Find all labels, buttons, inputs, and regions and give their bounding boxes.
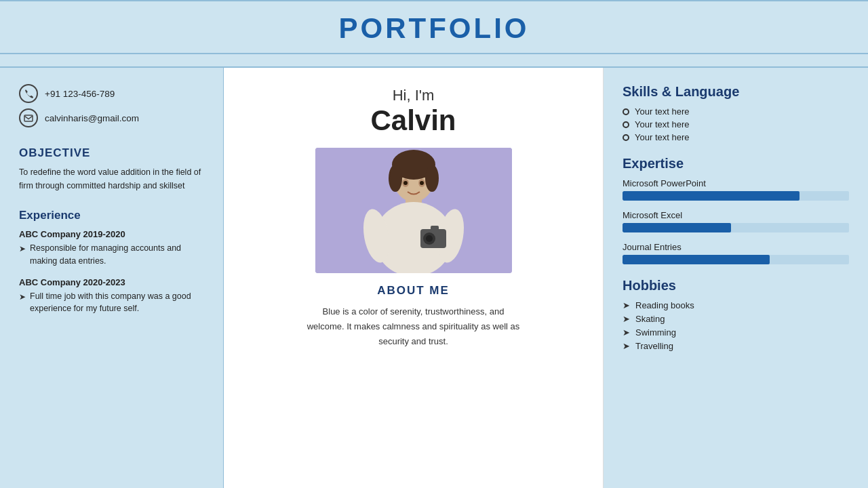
- experience-block-2: ABC Company 2020-2023 ➤ Full time job wi…: [19, 277, 204, 316]
- skill-item-3: Your text here: [623, 132, 849, 142]
- hobby-arrow-icon-1: ➤: [623, 300, 630, 310]
- email-address: calvinharis@gmail.com: [45, 113, 139, 123]
- right-column: Skills & Language Your text here Your te…: [604, 68, 868, 488]
- skill-text-1: Your text here: [635, 106, 689, 117]
- skill-bullet-icon-2: [623, 121, 629, 128]
- arrow-icon-2: ➤: [19, 291, 26, 303]
- expertise-label-3: Journal Entries: [623, 242, 849, 252]
- expertise-title: Expertise: [623, 156, 849, 171]
- expertise-bar-fill-1: [623, 191, 800, 201]
- expertise-bar-fill-3: [623, 255, 770, 264]
- main-content: +91 123-456-789 calvinharis@gmail.com OB…: [0, 68, 868, 488]
- greeting-text: Hi, I'm: [393, 87, 435, 104]
- hobby-item-2: ➤ Skating: [623, 314, 849, 324]
- hobby-text-3: Swimming: [635, 327, 676, 338]
- email-icon: [19, 108, 38, 127]
- svg-point-5: [425, 165, 439, 192]
- experience-title: Experience: [19, 209, 204, 222]
- hobby-arrow-icon-4: ➤: [623, 341, 630, 351]
- hobby-text-2: Skating: [635, 314, 665, 324]
- expertise-item-3: Journal Entries: [623, 242, 849, 264]
- hobby-arrow-icon-3: ➤: [623, 327, 630, 338]
- hobby-arrow-icon-2: ➤: [623, 314, 630, 324]
- skill-bullet-icon-3: [623, 134, 629, 141]
- header: PORTFOLIO: [0, 0, 868, 68]
- phone-icon: [19, 84, 38, 103]
- hobbies-list: ➤ Reading books ➤ Skating ➤ Swimming ➤ T…: [623, 300, 849, 351]
- skills-title: Skills & Language: [623, 84, 849, 100]
- skill-item-2: Your text here: [623, 119, 849, 129]
- expertise-bar-3: [623, 255, 849, 264]
- svg-point-12: [426, 235, 433, 242]
- svg-point-17: [420, 181, 424, 185]
- phone-number: +91 123-456-789: [45, 89, 115, 99]
- svg-point-4: [389, 165, 402, 192]
- expertise-label-2: Microsoft Excel: [623, 210, 849, 220]
- skills-list: Your text here Your text here Your text …: [623, 106, 849, 142]
- skill-item-1: Your text here: [623, 106, 849, 117]
- skill-bullet-icon-1: [623, 108, 629, 115]
- company-name-2: ABC Company 2020-2023: [19, 277, 204, 287]
- expertise-bar-2: [623, 223, 849, 232]
- svg-point-16: [403, 181, 408, 185]
- hobby-text-4: Travelling: [635, 341, 673, 351]
- phone-item: +91 123-456-789: [19, 84, 204, 103]
- hobbies-title: Hobbies: [623, 278, 849, 293]
- arrow-icon: ➤: [19, 243, 26, 255]
- hobby-item-1: ➤ Reading books: [623, 300, 849, 310]
- skill-text-2: Your text here: [635, 119, 689, 129]
- left-column: +91 123-456-789 calvinharis@gmail.com OB…: [0, 68, 224, 488]
- hobbies-section: Hobbies ➤ Reading books ➤ Skating ➤ Swim…: [623, 278, 849, 351]
- expertise-bar-1: [623, 191, 849, 201]
- experience-block-1: ABC Company 2019-2020 ➤ Responsible for …: [19, 229, 204, 268]
- expertise-label-1: Microsoft PowerPoint: [623, 178, 849, 188]
- expertise-section: Expertise Microsoft PowerPoint Microsoft…: [623, 156, 849, 264]
- hobby-item-4: ➤ Travelling: [623, 341, 849, 351]
- expertise-item-2: Microsoft Excel: [623, 210, 849, 232]
- page-title: PORTFOLIO: [339, 12, 530, 44]
- hobby-item-3: ➤ Swimming: [623, 327, 849, 338]
- about-me-text: Blue is a color of serenity, trustworthi…: [305, 304, 522, 349]
- about-me-title: ABOUT ME: [377, 284, 450, 298]
- svg-rect-13: [431, 226, 439, 231]
- expertise-bar-fill-2: [623, 223, 731, 232]
- skill-text-3: Your text here: [635, 132, 689, 142]
- expertise-item-1: Microsoft PowerPoint: [623, 178, 849, 201]
- exp-bullet-2-1: ➤ Full time job with this company was a …: [19, 290, 204, 316]
- objective-title: OBJECTIVE: [19, 146, 204, 160]
- profile-photo: [315, 148, 512, 273]
- company-name-1: ABC Company 2019-2020: [19, 229, 204, 239]
- center-column: Hi, I'm Calvin: [224, 68, 604, 488]
- objective-text: To redefine the word value addition in t…: [19, 165, 204, 192]
- person-name: Calvin: [370, 104, 456, 137]
- hobby-text-1: Reading books: [635, 300, 694, 310]
- exp-bullet-1-1: ➤ Responsible for managing accounts and …: [19, 242, 204, 268]
- email-item: calvinharis@gmail.com: [19, 108, 204, 127]
- svg-rect-0: [24, 115, 33, 121]
